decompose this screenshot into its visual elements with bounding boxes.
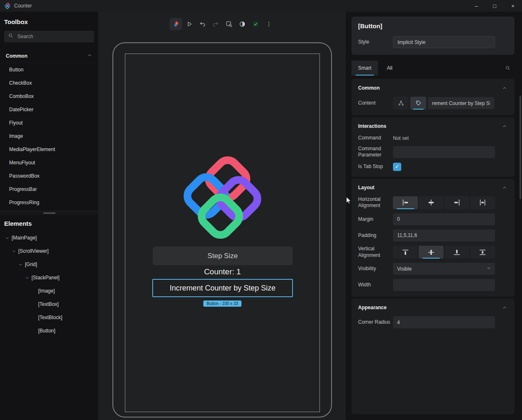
visibility-label: Visibility <box>358 266 393 272</box>
search-icon[interactable] <box>502 62 514 74</box>
chevron-up-icon[interactable] <box>500 183 509 192</box>
tree-item[interactable]: [ScrollViewer] <box>0 244 98 258</box>
inspector-tab[interactable]: Smart <box>351 61 378 76</box>
tree-item[interactable]: [Grid] <box>0 258 98 271</box>
properties-panel: [Button] Style Smart All <box>346 12 522 420</box>
toolbox-group-common[interactable]: Common <box>0 49 98 63</box>
style-input[interactable] <box>393 36 495 48</box>
chevron-down-icon[interactable] <box>11 248 17 254</box>
appearance-section-title: Appearance <box>358 305 387 310</box>
corner-radius-input[interactable] <box>393 316 495 328</box>
tree-item-label: [TextBox] <box>38 301 59 307</box>
toolbox-group-label: Common <box>6 53 27 59</box>
splitter-handle-icon[interactable] <box>43 212 56 214</box>
padding-input[interactable] <box>393 230 495 242</box>
tag-icon[interactable] <box>410 97 426 110</box>
inspector-scrollbar[interactable] <box>520 95 521 199</box>
toolbox-item[interactable]: Image <box>0 129 98 143</box>
theme-icon[interactable] <box>236 18 249 30</box>
elements-title: Elements <box>0 220 98 227</box>
toolbox-panel: Toolbox Common Button CheckBox Com <box>0 12 98 209</box>
tree-item[interactable]: [Button] <box>0 324 98 337</box>
design-canvas: Counter: 1 Increment Counter by Step Siz… <box>98 12 346 420</box>
increment-button[interactable]: Increment Counter by Step Size <box>152 279 293 297</box>
toolbox-search[interactable] <box>4 31 94 42</box>
inspector-tab[interactable]: All <box>378 61 401 76</box>
redo-icon[interactable] <box>210 18 222 30</box>
hot-reload-flame-icon[interactable] <box>170 18 182 30</box>
more-icon[interactable] <box>263 18 275 30</box>
chevron-down-icon[interactable] <box>4 235 10 241</box>
app-logo-icon <box>4 2 11 9</box>
toolbox-item[interactable]: MenuFlyout <box>0 156 98 169</box>
align-vertical-center-icon[interactable] <box>419 246 444 259</box>
layout-section: Layout Horizontal Alignment Margin Paddi… <box>351 178 515 297</box>
horizontal-alignment-group <box>393 196 495 209</box>
command-label: Command <box>358 135 393 142</box>
toolbox-item[interactable]: PasswordBox <box>0 169 98 183</box>
toolbox-item[interactable]: Flyout <box>0 116 98 129</box>
status-check-icon[interactable] <box>249 18 262 30</box>
chevron-up-icon[interactable] <box>500 84 509 92</box>
counter-text: Counter: 1 <box>125 267 320 276</box>
inspect-icon[interactable] <box>223 18 235 30</box>
chevron-up-icon[interactable] <box>500 303 509 312</box>
command-value[interactable]: Not set <box>393 135 409 141</box>
close-button[interactable]: × <box>504 0 522 12</box>
device-screen: Counter: 1 Increment Counter by Step Siz… <box>125 54 320 412</box>
align-vertical-bottom-icon[interactable] <box>444 246 469 259</box>
tree-item-label: [TextBlock] <box>38 315 62 320</box>
align-vertical-top-icon[interactable] <box>393 246 418 259</box>
toolbox-item[interactable]: ProgressRing <box>0 196 98 209</box>
play-icon[interactable] <box>183 18 195 30</box>
width-label: Width <box>358 282 393 288</box>
toolbox-item[interactable]: Button <box>0 63 98 76</box>
chevron-down-icon[interactable] <box>24 275 30 281</box>
tree-item[interactable]: [TextBox] <box>0 298 98 311</box>
toolbox-item[interactable]: ProgressBar <box>0 183 98 196</box>
tree-item[interactable]: [StackPanel] <box>0 271 98 284</box>
align-vertical-stretch-icon[interactable] <box>470 246 495 259</box>
tree-item-label: [Image] <box>38 288 55 294</box>
toolbox-item[interactable]: DatePicker <box>0 103 98 116</box>
app-window: Counter – □ × Toolbox Common <box>0 0 522 420</box>
is-tab-stop-checkbox[interactable]: ✓ <box>393 163 401 171</box>
toolbox-item[interactable]: CheckBox <box>0 76 98 90</box>
selection-header-card: [Button] Style <box>351 17 515 55</box>
chevron-down-icon[interactable] <box>17 261 23 267</box>
left-sidebar: Toolbox Common Button CheckBox Com <box>0 12 98 420</box>
tree-item[interactable]: [Image] <box>0 284 98 298</box>
device-frame: Counter: 1 Increment Counter by Step Siz… <box>112 42 332 418</box>
chevron-down-icon <box>486 265 492 273</box>
title-bar: Counter – □ × <box>0 0 522 12</box>
common-section: Common Content <box>351 79 515 115</box>
maximize-button[interactable]: □ <box>485 0 504 12</box>
visibility-select[interactable]: Visible <box>393 263 495 275</box>
command-parameter-input[interactable] <box>393 146 495 158</box>
vertical-alignment-label: Vertical Alignment <box>358 246 393 259</box>
tree-item[interactable]: [TextBlock] <box>0 311 98 324</box>
margin-label: Margin <box>358 216 393 223</box>
toolbox-search-input[interactable] <box>17 34 91 39</box>
minimize-button[interactable]: – <box>467 0 485 12</box>
inspector-tabs-row: Smart All <box>351 61 514 76</box>
undo-icon[interactable] <box>196 18 209 30</box>
tree-item[interactable]: [MainPage] <box>0 231 98 244</box>
sidebar-splitter[interactable] <box>0 211 98 215</box>
step-size-textbox[interactable] <box>153 247 293 265</box>
width-input[interactable] <box>393 279 495 291</box>
align-horizontal-left-icon[interactable] <box>393 196 418 209</box>
chevron-up-icon[interactable] <box>500 122 509 130</box>
vertical-alignment-group <box>393 246 495 259</box>
interactions-section: Interactions Command Not set Command Par… <box>351 117 515 177</box>
align-horizontal-stretch-icon[interactable] <box>470 196 495 209</box>
content-label: Content <box>358 100 393 107</box>
tree-item-label: [MainPage] <box>12 235 37 241</box>
toolbox-item[interactable]: ComboBox <box>0 90 98 103</box>
align-horizontal-center-icon[interactable] <box>419 196 444 209</box>
margin-input[interactable] <box>393 213 495 225</box>
content-input[interactable] <box>428 97 494 109</box>
align-horizontal-right-icon[interactable] <box>444 196 469 209</box>
toolbox-item[interactable]: MediaPlayerElement <box>0 143 98 156</box>
binding-icon[interactable] <box>393 97 409 110</box>
